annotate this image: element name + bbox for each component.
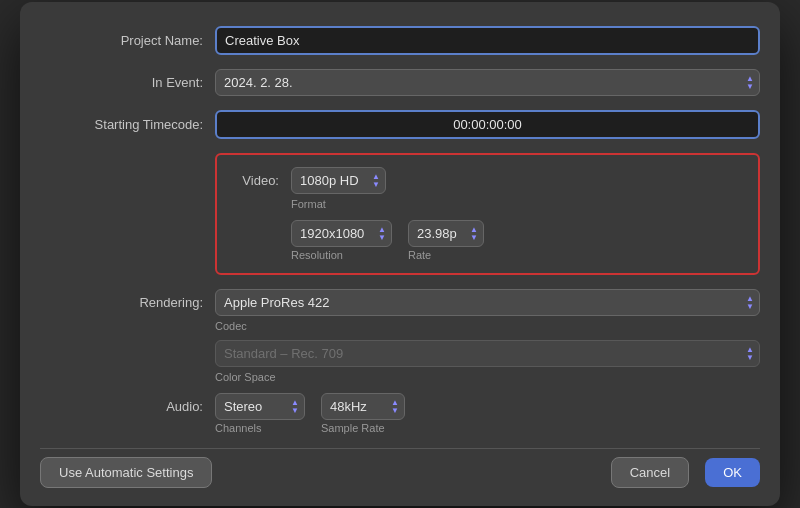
channels-col: Stereo Mono Surround ▲ ▼ Channels	[215, 393, 305, 434]
footer-right: Cancel OK	[611, 457, 760, 488]
in-event-select[interactable]: 2024. 2. 28. 2024. 2. 27. 2024. 2. 26.	[215, 69, 760, 96]
rendering-select[interactable]: Apple ProRes 422 Apple ProRes 4444 H.264	[215, 289, 760, 316]
audio-inner-row: Stereo Mono Surround ▲ ▼ Channels	[215, 393, 760, 434]
rate-sublabel: Rate	[408, 249, 484, 261]
color-space-row: Standard – Rec. 709 HDR – Rec. 2020 ▲ ▼	[215, 340, 760, 367]
video-label: Video:	[231, 167, 291, 188]
sample-rate-col: 48kHz 44.1kHz 96kHz ▲ ▼ Sample Rate	[321, 393, 405, 434]
rendering-select-wrapper: Apple ProRes 422 Apple ProRes 4444 H.264…	[215, 289, 760, 316]
sample-rate-select-wrapper: 48kHz 44.1kHz 96kHz ▲ ▼	[321, 393, 405, 420]
rate-select-wrapper: 23.98p 24p 25p 29.97p 30p ▲ ▼	[408, 220, 484, 247]
footer: Use Automatic Settings Cancel OK	[40, 448, 760, 488]
resolution-select[interactable]: 1920x1080 1280x720 3840x2160	[291, 220, 392, 247]
cancel-button[interactable]: Cancel	[611, 457, 689, 488]
starting-timecode-control	[215, 110, 760, 139]
video-format-select[interactable]: 1080p HD 720p HD 4K	[291, 167, 386, 194]
sample-rate-select[interactable]: 48kHz 44.1kHz 96kHz	[321, 393, 405, 420]
starting-timecode-input[interactable]	[215, 110, 760, 139]
channels-select-wrapper: Stereo Mono Surround ▲ ▼	[215, 393, 305, 420]
format-sublabel: Format	[291, 198, 744, 210]
ok-button[interactable]: OK	[705, 458, 760, 487]
rate-select[interactable]: 23.98p 24p 25p 29.97p 30p	[408, 220, 484, 247]
resolution-col: 1920x1080 1280x720 3840x2160 ▲ ▼ Resolut…	[291, 220, 392, 261]
in-event-label: In Event:	[40, 75, 215, 90]
video-resolution-rate-row: 1920x1080 1280x720 3840x2160 ▲ ▼ Resolut…	[291, 220, 744, 261]
in-event-row: In Event: 2024. 2. 28. 2024. 2. 27. 2024…	[40, 69, 760, 96]
color-space-sublabel: Color Space	[215, 371, 760, 383]
starting-timecode-row: Starting Timecode:	[40, 110, 760, 139]
auto-settings-button[interactable]: Use Automatic Settings	[40, 457, 212, 488]
video-section: Video: 1080p HD 720p HD 4K ▲ ▼	[215, 153, 760, 275]
project-name-row: Project Name:	[40, 26, 760, 55]
project-settings-dialog: Project Name: In Event: 2024. 2. 28. 202…	[20, 2, 780, 506]
rendering-row: Apple ProRes 422 Apple ProRes 4444 H.264…	[215, 289, 760, 316]
audio-row: Audio: Stereo Mono Surround ▲ ▼	[40, 393, 760, 434]
video-format-row: 1080p HD 720p HD 4K ▲ ▼	[291, 167, 744, 194]
sample-rate-sublabel: Sample Rate	[321, 422, 405, 434]
codec-sublabel: Codec	[215, 320, 760, 332]
color-space-select[interactable]: Standard – Rec. 709 HDR – Rec. 2020	[215, 340, 760, 367]
in-event-control: 2024. 2. 28. 2024. 2. 27. 2024. 2. 26. ▲…	[215, 69, 760, 96]
project-name-control	[215, 26, 760, 55]
audio-label: Audio:	[40, 393, 215, 414]
rendering-label: Rendering:	[40, 289, 215, 310]
channels-sublabel: Channels	[215, 422, 305, 434]
in-event-select-wrapper: 2024. 2. 28. 2024. 2. 27. 2024. 2. 26. ▲…	[215, 69, 760, 96]
video-format-select-wrapper: 1080p HD 720p HD 4K ▲ ▼	[291, 167, 386, 194]
rendering-section: Rendering: Apple ProRes 422 Apple ProRes…	[40, 289, 760, 383]
video-section-inner: Video: 1080p HD 720p HD 4K ▲ ▼	[231, 167, 744, 261]
starting-timecode-label: Starting Timecode:	[40, 117, 215, 132]
video-controls: 1080p HD 720p HD 4K ▲ ▼ Format	[291, 167, 744, 261]
channels-select[interactable]: Stereo Mono Surround	[215, 393, 305, 420]
audio-controls: Stereo Mono Surround ▲ ▼ Channels	[215, 393, 760, 434]
rendering-controls: Apple ProRes 422 Apple ProRes 4444 H.264…	[215, 289, 760, 383]
project-name-input[interactable]	[215, 26, 760, 55]
color-space-select-wrapper: Standard – Rec. 709 HDR – Rec. 2020 ▲ ▼	[215, 340, 760, 367]
project-name-label: Project Name:	[40, 33, 215, 48]
resolution-sublabel: Resolution	[291, 249, 392, 261]
rate-col: 23.98p 24p 25p 29.97p 30p ▲ ▼ Rate	[408, 220, 484, 261]
resolution-select-wrapper: 1920x1080 1280x720 3840x2160 ▲ ▼	[291, 220, 392, 247]
